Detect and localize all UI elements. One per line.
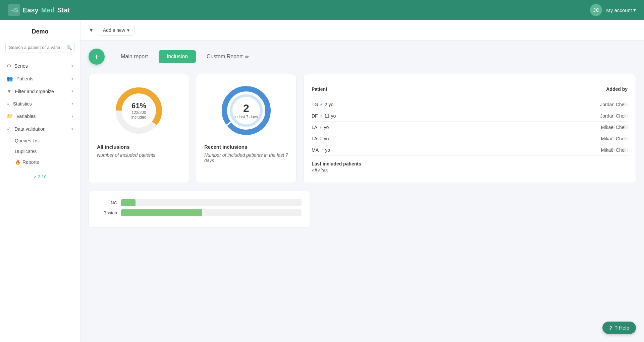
header: ~$ EasyMedStat JC My account ▾ [0, 0, 644, 20]
sidebar-title: Demo [0, 28, 80, 42]
added-by-cell: Mikaël Chelli [601, 125, 628, 130]
help-icon: ? [609, 325, 612, 331]
logo-med: Med [41, 6, 55, 14]
sidebar-item-queries-list[interactable]: Queries List [0, 135, 80, 146]
col-added-by: Added by [606, 86, 628, 92]
recent-inclusions-desc: Number of included patients in the last … [204, 152, 288, 163]
fire-icon: 🔥 [15, 159, 20, 165]
search-box: 🔍 [5, 42, 75, 53]
bar-fill [121, 199, 136, 206]
sidebar-item-series-label: Series [14, 63, 28, 69]
avatar: JC [590, 4, 602, 16]
cards-row: 61% 122/200 included All inclusions Numb… [89, 74, 636, 183]
added-by-cell: Jordan Chelli [600, 102, 628, 107]
chevron-down-icon: ▾ [71, 101, 73, 106]
donut-fraction: 122/200 [131, 110, 147, 115]
add-new-button[interactable]: Add a new ▾ [98, 25, 135, 36]
filter-icon: ▼ [89, 27, 94, 33]
sidebar-item-patients[interactable]: 👥 Patients ▾ [0, 72, 80, 85]
main-content: ▼ Add a new ▾ + Main report Inclusion Cu… [80, 20, 644, 342]
sidebar-item-patients-label: Patients [16, 76, 34, 81]
blue-donut-wrapper: 2 in last 7 days [219, 84, 273, 137]
bar-row-nc: NC [97, 199, 302, 206]
version-label: v. 3.10 [0, 167, 80, 186]
search-icon-btn[interactable]: 🔍 [66, 45, 72, 50]
female-icon: ♀ [319, 136, 322, 141]
bar-chart-card: NC Boston [89, 191, 310, 228]
bar-label-nc: NC [97, 200, 117, 205]
female-icon: ♀ [319, 124, 322, 130]
added-by-cell: Mikaël Chelli [601, 136, 628, 141]
table-row: MA ♂ yo Mikaël Chelli [312, 144, 628, 156]
sidebar-item-data-validation[interactable]: ✓ Data validation ▾ [0, 123, 80, 135]
recent-donut-container: 2 in last 7 days [204, 84, 288, 137]
table-row: DF ♂ 11 yo Jordan Chelli [312, 110, 628, 122]
added-by-cell: Jordan Chelli [600, 113, 628, 119]
table-row: LA ♀ yo Mikaël Chelli [312, 133, 628, 144]
patient-cell: MA ♂ yo [312, 147, 330, 153]
gear-icon: ⚙ [7, 63, 11, 69]
sidebar: Demo 🔍 ⚙ Series ▾ 👥 Patients ▾ ▼ Filter … [0, 20, 80, 342]
patients-card: Patient Added by TG ♂ 2 yo Jordan Chelli [303, 74, 636, 183]
tab-custom-report[interactable]: Custom Report ✏ [199, 50, 257, 63]
logo-stat: Stat [57, 6, 70, 14]
chevron-down-icon: ▾ [71, 77, 73, 81]
bar-fill [121, 209, 202, 216]
my-account-menu[interactable]: My account ▾ [606, 7, 636, 13]
blue-donut-center: 2 in last 7 days [234, 102, 258, 119]
tab-main-report[interactable]: Main report [113, 50, 156, 63]
chevron-down-icon: ▾ [71, 64, 73, 68]
sidebar-item-statistics[interactable]: ≡ Statistics ▾ [0, 97, 80, 110]
bar-label-boston: Boston [97, 210, 117, 215]
topbar: ▼ Add a new ▾ [80, 20, 644, 41]
content-area: + Main report Inclusion Custom Report ✏ [80, 41, 644, 236]
table-header: Patient Added by [312, 84, 628, 96]
donut-chart: 61% 122/200 included [97, 84, 181, 137]
all-inclusions-title: All inclusions [97, 144, 181, 150]
logo-easy: Easy [23, 6, 39, 14]
sidebar-item-statistics-label: Statistics [13, 101, 32, 107]
chevron-down-icon: ▾ [71, 114, 73, 119]
donut-included: included [131, 115, 147, 120]
sidebar-item-filter-label: Filter and organize [15, 89, 54, 94]
sidebar-item-variables[interactable]: 📁 Variables ▾ [0, 110, 80, 123]
add-circle-button[interactable]: + [89, 49, 105, 65]
col-patient: Patient [312, 86, 327, 92]
sidebar-item-duplicates[interactable]: Duplicates [0, 146, 80, 157]
folder-icon: 📁 [7, 113, 13, 119]
layout: Demo 🔍 ⚙ Series ▾ 👥 Patients ▾ ▼ Filter … [0, 20, 644, 342]
male-icon: ♂ [319, 113, 323, 119]
added-by-cell: Mikaël Chelli [601, 147, 628, 153]
patients-icon: 👥 [7, 76, 13, 82]
sidebar-item-reports[interactable]: 🔥 Reports [0, 157, 80, 167]
donut-wrapper: 61% 122/200 included [112, 84, 166, 137]
sidebar-item-filter[interactable]: ▼ Filter and organize ▾ [0, 85, 80, 97]
logo-icon: ~$ [8, 4, 20, 16]
male-icon: ♂ [320, 147, 324, 153]
filter-icon: ▼ [7, 88, 12, 94]
sidebar-item-variables-label: Variables [16, 114, 36, 119]
recent-inclusions-title: Recent inclusions [204, 144, 288, 150]
table-row: TG ♂ 2 yo Jordan Chelli [312, 99, 628, 110]
chevron-down-icon: ▾ [71, 89, 73, 93]
recent-count: 2 [234, 102, 258, 115]
edit-icon: ✏ [245, 54, 249, 60]
chevron-down-icon: ▾ [71, 127, 73, 131]
donut-center: 61% 122/200 included [131, 101, 147, 120]
search-input[interactable] [5, 42, 75, 53]
tab-inclusion[interactable]: Inclusion [159, 50, 196, 63]
tabs-row: + Main report Inclusion Custom Report ✏ [89, 49, 636, 65]
logo: ~$ EasyMedStat [8, 4, 70, 16]
sidebar-item-data-validation-label: Data validation [14, 126, 46, 132]
patient-cell: DF ♂ 11 yo [312, 113, 336, 119]
patient-cell: LA ♀ yo [312, 136, 329, 141]
bar-track [121, 209, 302, 216]
help-button[interactable]: ? ? Help [602, 322, 636, 334]
sidebar-item-series[interactable]: ⚙ Series ▾ [0, 60, 80, 72]
bar-row-boston: Boston [97, 209, 302, 216]
table-row: LA ♀ yo Mikaël Chelli [312, 122, 628, 133]
check-icon: ✓ [7, 126, 11, 132]
last-included-title: Last included patients [312, 161, 628, 166]
all-sites-label: All sites [312, 168, 628, 173]
statistics-icon: ≡ [7, 101, 10, 107]
